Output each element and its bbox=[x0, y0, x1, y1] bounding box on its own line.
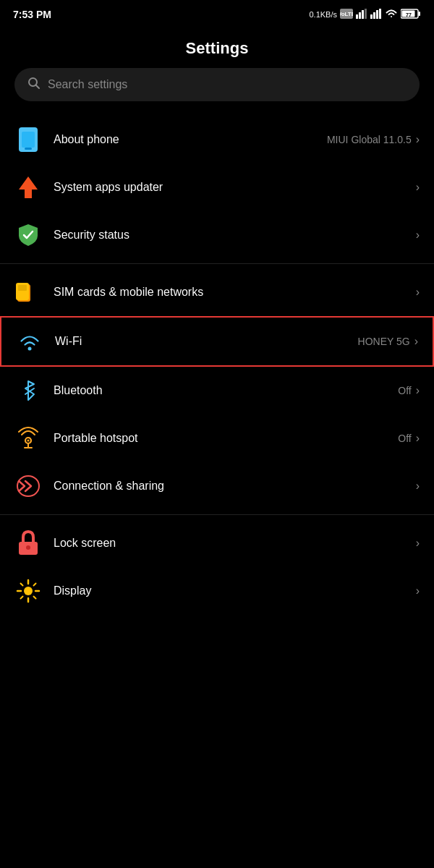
display-label: Display bbox=[54, 584, 91, 597]
svg-point-30 bbox=[26, 545, 30, 550]
search-input[interactable]: Search settings bbox=[48, 78, 127, 91]
about-phone-value: MIUI Global 11.0.5 bbox=[327, 134, 412, 145]
settings-item-bluetooth[interactable]: Bluetooth Off › bbox=[0, 367, 434, 414]
display-right: › bbox=[416, 584, 420, 597]
svg-point-25 bbox=[27, 440, 30, 442]
connection-sharing-chevron: › bbox=[416, 480, 420, 493]
arrow-up-icon bbox=[14, 174, 42, 201]
status-icons: 0.1KB/s VoLTE bbox=[309, 9, 421, 20]
header: Settings bbox=[0, 26, 434, 68]
svg-rect-7 bbox=[373, 12, 375, 19]
svg-rect-8 bbox=[376, 10, 378, 19]
lock-screen-chevron: › bbox=[416, 537, 420, 550]
wifi-status-icon bbox=[385, 9, 398, 20]
connection-sharing-content: Connection & sharing › bbox=[54, 480, 420, 493]
connection-sharing-label: Connection & sharing bbox=[54, 480, 164, 493]
display-icon bbox=[14, 577, 42, 605]
settings-item-sim-cards[interactable]: SIM cards & mobile networks › bbox=[0, 268, 434, 316]
system-apps-updater-label: System apps updater bbox=[54, 181, 163, 194]
security-status-label: Security status bbox=[54, 229, 129, 242]
wifi-value: HONEY 5G bbox=[358, 336, 410, 347]
sim-cards-label: SIM cards & mobile networks bbox=[54, 286, 203, 299]
svg-point-28 bbox=[17, 476, 39, 496]
bluetooth-chevron: › bbox=[416, 384, 420, 397]
divider-2 bbox=[0, 514, 434, 515]
connection-sharing-right: › bbox=[416, 480, 420, 493]
svg-rect-2 bbox=[356, 14, 358, 19]
settings-item-about-phone[interactable]: About phone MIUI Global 11.0.5 › bbox=[0, 116, 434, 163]
bluetooth-label: Bluetooth bbox=[54, 384, 103, 397]
status-time: 7:53 PM bbox=[13, 9, 51, 20]
bluetooth-icon bbox=[14, 377, 42, 404]
about-phone-content: About phone MIUI Global 11.0.5 › bbox=[54, 133, 420, 146]
settings-item-wifi[interactable]: Wi-Fi HONEY 5G › bbox=[0, 316, 434, 367]
wifi-content: Wi-Fi HONEY 5G › bbox=[55, 335, 418, 348]
lock-screen-label: Lock screen bbox=[54, 537, 116, 550]
svg-point-23 bbox=[28, 347, 32, 351]
about-phone-right: MIUI Global 11.0.5 › bbox=[327, 133, 420, 146]
settings-item-lock-screen[interactable]: Lock screen › bbox=[0, 519, 434, 567]
svg-rect-18 bbox=[25, 148, 32, 150]
status-bar: 7:53 PM 0.1KB/s VoLTE bbox=[0, 0, 434, 26]
page-title: Settings bbox=[0, 39, 434, 58]
bluetooth-value: Off bbox=[398, 385, 411, 396]
svg-marker-19 bbox=[19, 176, 38, 198]
lock-screen-right: › bbox=[416, 537, 420, 550]
volte-icon: VoLTE bbox=[340, 9, 353, 20]
search-bar[interactable]: Search settings bbox=[14, 68, 420, 101]
svg-line-39 bbox=[21, 597, 23, 599]
display-content: Display › bbox=[54, 584, 420, 597]
portable-hotspot-label: Portable hotspot bbox=[54, 432, 138, 445]
security-status-chevron: › bbox=[416, 229, 420, 242]
system-apps-updater-right: › bbox=[416, 181, 420, 194]
svg-rect-11 bbox=[419, 12, 421, 16]
about-phone-label: About phone bbox=[54, 133, 119, 146]
network-speed: 0.1KB/s bbox=[309, 10, 337, 19]
shield-icon bbox=[14, 221, 42, 249]
svg-rect-6 bbox=[370, 14, 373, 19]
display-chevron: › bbox=[416, 584, 420, 597]
svg-rect-5 bbox=[365, 9, 367, 19]
svg-rect-9 bbox=[379, 9, 381, 19]
bluetooth-content: Bluetooth Off › bbox=[54, 384, 420, 397]
portable-hotspot-chevron: › bbox=[416, 432, 420, 445]
svg-point-31 bbox=[24, 587, 33, 595]
battery-icon: 77 bbox=[401, 9, 421, 20]
sim-cards-chevron: › bbox=[416, 286, 420, 299]
hotspot-icon bbox=[14, 425, 42, 452]
portable-hotspot-right: Off › bbox=[398, 432, 420, 445]
settings-item-connection-sharing[interactable]: Connection & sharing › bbox=[0, 462, 434, 510]
svg-line-36 bbox=[21, 584, 23, 586]
connection-icon bbox=[14, 472, 42, 500]
system-apps-updater-content: System apps updater › bbox=[54, 181, 420, 194]
sim-cards-right: › bbox=[416, 286, 420, 299]
settings-item-portable-hotspot[interactable]: Portable hotspot Off › bbox=[0, 414, 434, 462]
signal-bars-1 bbox=[356, 9, 367, 20]
svg-rect-4 bbox=[362, 10, 364, 19]
sim-icon bbox=[14, 278, 42, 306]
search-bar-container: Search settings bbox=[0, 68, 434, 116]
wifi-label: Wi-Fi bbox=[55, 335, 82, 348]
svg-rect-17 bbox=[22, 132, 35, 148]
portable-hotspot-value: Off bbox=[398, 433, 411, 444]
signal-bars-2 bbox=[370, 9, 382, 20]
svg-line-37 bbox=[34, 597, 36, 599]
wifi-right: HONEY 5G › bbox=[358, 335, 418, 348]
lock-icon bbox=[14, 529, 42, 557]
svg-rect-22 bbox=[18, 285, 27, 291]
security-status-content: Security status › bbox=[54, 229, 420, 242]
lock-screen-content: Lock screen › bbox=[54, 537, 420, 550]
portable-hotspot-content: Portable hotspot Off › bbox=[54, 432, 420, 445]
bluetooth-right: Off › bbox=[398, 384, 420, 397]
sim-cards-content: SIM cards & mobile networks › bbox=[54, 286, 420, 299]
settings-item-system-apps-updater[interactable]: System apps updater › bbox=[0, 163, 434, 211]
svg-rect-3 bbox=[359, 12, 361, 19]
settings-list: About phone MIUI Global 11.0.5 › System … bbox=[0, 116, 434, 615]
about-phone-chevron: › bbox=[416, 133, 420, 146]
svg-text:VoLTE: VoLTE bbox=[340, 11, 353, 17]
phone-icon bbox=[14, 126, 42, 153]
settings-item-display[interactable]: Display › bbox=[0, 567, 434, 615]
system-apps-updater-chevron: › bbox=[416, 181, 420, 194]
settings-item-security-status[interactable]: Security status › bbox=[0, 211, 434, 259]
wifi-chevron: › bbox=[414, 335, 418, 348]
